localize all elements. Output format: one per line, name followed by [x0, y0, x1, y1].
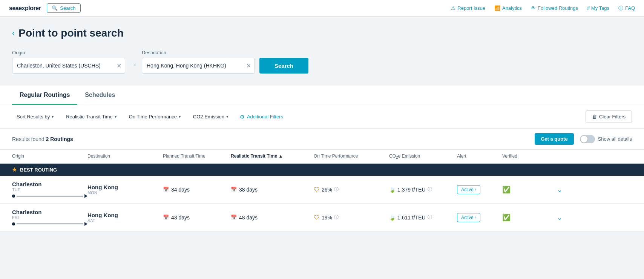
transit-chevron-icon: ▾	[115, 114, 117, 119]
results-text: Results found 2 Routings	[12, 136, 73, 142]
expand-button-2[interactable]: ⌄	[557, 213, 563, 222]
active-badge-1[interactable]: Active ›	[457, 185, 480, 194]
th-origin: Origin	[12, 153, 87, 159]
warning-icon: ⚠	[451, 5, 455, 11]
info-icon-2[interactable]: ⓘ	[334, 214, 339, 221]
destination-label: Destination	[142, 50, 255, 55]
sort-results-filter[interactable]: Sort Results by ▾	[12, 112, 58, 122]
header-left: seaexplorer 🔍 Search	[9, 3, 81, 13]
back-button[interactable]: ‹	[12, 28, 15, 38]
header-nav: ⚠ Report Issue 📶 Analytics 👁 Followed Ro…	[451, 5, 635, 12]
th-planned-transit: Planned Transit Time	[163, 153, 231, 159]
realistic-days-2: 48 days	[239, 215, 258, 221]
nav-my-tags[interactable]: # My Tags	[587, 5, 609, 11]
otp-label: On Time Performance	[129, 114, 177, 120]
destination-input[interactable]	[142, 58, 255, 74]
route-line-1	[12, 192, 87, 198]
filters-bar: Sort Results by ▾ Realistic Transit Time…	[0, 105, 644, 129]
co2-value-1: 1.379 t/TEU	[397, 187, 426, 193]
origin-field-group: Origin ✕	[12, 50, 125, 74]
additional-filters-label: Additional Filters	[247, 114, 283, 120]
shield-icon-2: 🛡	[314, 214, 320, 221]
nav-followed-routings[interactable]: 👁 Followed Routings	[531, 5, 578, 11]
header-search-button[interactable]: 🔍 Search	[47, 3, 80, 13]
leaf-icon-2: 🍃	[389, 215, 396, 221]
badge-chevron-1: ›	[475, 187, 476, 192]
transit-time-filter[interactable]: Realistic Transit Time ▾	[61, 112, 121, 122]
co2-cell-2: 🍃 1.611 t/TEU ⓘ	[389, 214, 457, 221]
tabs: Regular Routings Schedules	[12, 86, 632, 105]
leaf-icon-1: 🍃	[389, 187, 396, 193]
show-details-toggle-wrap: Show all details	[580, 135, 632, 143]
th-co2: CO2e Emission	[389, 153, 457, 159]
results-right: Get a quote Show all details	[535, 133, 632, 145]
th-expand	[540, 153, 563, 159]
co2-filter[interactable]: CO2 Emission ▾	[189, 112, 233, 122]
verified-check-2: ✅	[502, 214, 511, 221]
show-details-toggle[interactable]	[580, 135, 595, 143]
destination-clear-icon[interactable]: ✕	[246, 62, 251, 69]
clear-filters-label: Clear Filters	[599, 114, 626, 120]
planned-transit-2: 📅 43 days	[163, 215, 231, 221]
dest-cell-1: Hong Kong MON	[87, 184, 163, 195]
best-routing-banner: ★ BEST ROUTING	[0, 164, 644, 176]
planned-days-2: 43 days	[171, 215, 190, 221]
origin-clear-icon[interactable]: ✕	[117, 62, 121, 69]
nav-report-issue[interactable]: ⚠ Report Issue	[451, 5, 485, 11]
get-quote-button[interactable]: Get a quote	[535, 133, 574, 145]
origin-cell-1: Charleston TUE	[12, 181, 87, 198]
results-bar: Results found 2 Routings Get a quote Sho…	[0, 129, 644, 150]
route-arrow-separator: →	[130, 60, 137, 73]
otp-filter[interactable]: On Time Performance ▾	[124, 112, 186, 122]
route-arrow-end	[84, 194, 87, 198]
dest-city-2: Hong Kong	[87, 212, 163, 218]
origin-input[interactable]	[12, 58, 125, 74]
active-badge-2[interactable]: Active ›	[457, 213, 480, 222]
header-search-label: Search	[60, 5, 75, 11]
show-details-label: Show all details	[598, 136, 632, 142]
alert-cell-1: Active ›	[457, 185, 502, 194]
co2-chevron-icon: ▾	[226, 114, 228, 119]
origin-city-2: Charleston	[12, 209, 87, 215]
header: seaexplorer 🔍 Search ⚠ Report Issue 📶 An…	[0, 0, 644, 17]
search-icon: 🔍	[52, 5, 58, 11]
tab-schedules[interactable]: Schedules	[77, 86, 123, 105]
verified-cell-1: ✅	[502, 185, 540, 194]
table-header: Origin Destination Planned Transit Time …	[0, 150, 644, 164]
tab-regular-routings[interactable]: Regular Routings	[12, 86, 77, 105]
th-realistic-transit[interactable]: Realistic Transit Time ▲	[231, 153, 314, 159]
realistic-transit-1: 📅 38 days	[231, 187, 314, 193]
nav-faq[interactable]: ⓘ FAQ	[618, 5, 635, 12]
planned-transit-1: 📅 34 days	[163, 187, 231, 193]
nav-analytics[interactable]: 📶 Analytics	[494, 5, 522, 11]
clear-filters-button[interactable]: 🗑 Clear Filters	[586, 110, 632, 123]
info-icon-1[interactable]: ⓘ	[334, 186, 339, 193]
route-dot-start	[12, 195, 15, 198]
route-dot-start-2	[12, 222, 15, 225]
co2-value-2: 1.611 t/TEU	[397, 215, 426, 221]
co2-label: CO2 Emission	[193, 114, 224, 120]
search-button[interactable]: Search	[259, 58, 308, 74]
origin-cell-2: Charleston FRI	[12, 209, 87, 226]
back-title: ‹ Point to point search	[12, 27, 632, 39]
th-otp: On Time Performance	[314, 153, 389, 159]
alert-cell-2: Active ›	[457, 213, 502, 222]
results-prefix: Results found	[12, 136, 44, 142]
route-line-2	[12, 220, 87, 226]
origin-day-1: TUE	[12, 187, 87, 192]
origin-input-wrap: ✕	[12, 58, 125, 74]
co2-info-icon-2[interactable]: ⓘ	[428, 214, 432, 221]
destination-input-wrap: ✕	[142, 58, 255, 74]
th-alert: Alert	[457, 153, 502, 159]
co2-info-icon-1[interactable]: ⓘ	[428, 186, 432, 193]
calendar-icon-3: 📅	[163, 215, 169, 220]
sort-chevron-icon: ▾	[52, 114, 54, 119]
table-section: Origin Destination Planned Transit Time …	[0, 150, 644, 231]
additional-filters-button[interactable]: ⚙ Additional Filters	[236, 112, 287, 122]
origin-city-1: Charleston	[12, 181, 87, 187]
shield-icon-1: 🛡	[314, 186, 320, 193]
eye-icon: 👁	[531, 5, 536, 11]
calendar-icon-4: 📅	[231, 215, 237, 220]
expand-button-1[interactable]: ⌄	[557, 185, 563, 194]
route-track	[17, 196, 83, 196]
